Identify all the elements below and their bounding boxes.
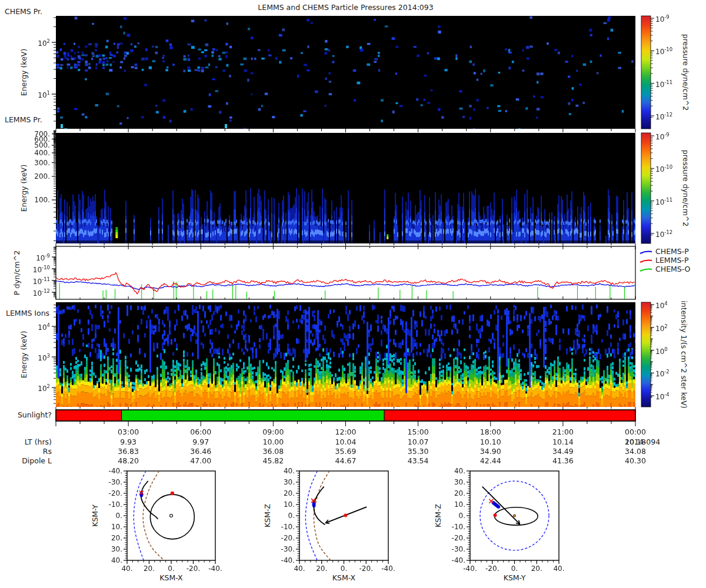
orbit-x-tick: 40. bbox=[294, 565, 305, 573]
orbit-y-tick: -40. bbox=[281, 557, 295, 564]
orbit-y-tick: -10. bbox=[281, 523, 295, 531]
time-tick-label: 21:00 bbox=[552, 428, 574, 436]
legend-swatch bbox=[640, 260, 652, 262]
axis-tick-label: 300. bbox=[34, 159, 50, 166]
colorbar-tick-label: 10-4 bbox=[655, 391, 670, 401]
orbit-y-tick: -10. bbox=[109, 501, 122, 509]
axis-tick-label: 10-9 bbox=[36, 252, 50, 262]
lt-value: 10.10 bbox=[480, 438, 501, 446]
label-lemms-ions-panel: LEMMS Ions bbox=[6, 309, 49, 318]
dipole-l-value: 48.20 bbox=[118, 457, 139, 465]
saturn bbox=[513, 514, 515, 517]
orbit-y-tick: 20. bbox=[111, 534, 122, 542]
dipole-l-value: 42.44 bbox=[480, 457, 501, 465]
label-sunlight: Sunlight? bbox=[0, 411, 52, 419]
orbit-y-tick: 0. bbox=[459, 512, 465, 520]
orbit_ksmx_ksmz bbox=[296, 471, 388, 564]
orbit_ksmy_ksmz bbox=[467, 471, 559, 564]
magnetopause bbox=[314, 471, 330, 560]
colorbar-pressure-2 bbox=[641, 133, 651, 243]
sunlight-segment bbox=[384, 410, 635, 421]
orbit-y-tick: 0. bbox=[288, 512, 295, 520]
orbit-x-tick: -40. bbox=[463, 565, 477, 573]
orbit-y-tick: 20. bbox=[284, 490, 295, 497]
rs-value: 36.46 bbox=[190, 447, 211, 456]
dipole-l-value: 41.36 bbox=[552, 457, 574, 465]
orbit-y-tick: 10. bbox=[284, 501, 295, 509]
orbit-y-tick: -20. bbox=[452, 534, 465, 542]
orbit-x-tick: -20. bbox=[187, 565, 200, 573]
axis-label-energy-chems: Energy (keV) bbox=[20, 49, 28, 96]
axis-tick-label: 100. bbox=[34, 196, 50, 204]
axis-label-energy-lemms: Energy (keV) bbox=[20, 165, 28, 212]
colorbar-pressure-1 bbox=[641, 16, 651, 129]
axis-tick-label: 102 bbox=[38, 38, 50, 48]
orbit-y-tick: -20. bbox=[109, 490, 122, 497]
row-label-rs: Rs bbox=[0, 447, 52, 456]
orbit-y-tick: 10. bbox=[111, 523, 122, 531]
legend-swatch bbox=[640, 251, 652, 253]
dipole-l-value: 43.54 bbox=[408, 457, 429, 465]
bow-shock-circle bbox=[480, 481, 549, 550]
lt-value: 10.14 bbox=[552, 438, 574, 446]
page-title: LEMMS and CHEMS Particle Pressures 2014:… bbox=[56, 4, 635, 12]
time-tick-label: 00:00 bbox=[625, 428, 646, 436]
orbit-line bbox=[325, 507, 367, 523]
colorbar-tick-label: 10-12 bbox=[655, 228, 672, 238]
orbit-x-tick: -20. bbox=[359, 565, 373, 573]
row-label-lt: LT (hrs) bbox=[0, 438, 52, 446]
orbit-x-tick: -40. bbox=[381, 565, 395, 573]
trajectory bbox=[141, 481, 158, 519]
colorbar-label-intensity: intensity 1/(s cm^2 ster keV) bbox=[680, 300, 688, 408]
spacecraft-marker bbox=[494, 503, 498, 507]
rs-value: 35.30 bbox=[408, 447, 429, 456]
orbit-x-tick: 0. bbox=[511, 565, 518, 573]
time-tick-label: 18:00 bbox=[480, 428, 501, 436]
saturn bbox=[170, 514, 173, 517]
colorbar-intensity bbox=[641, 302, 651, 407]
orbit-y-tick: 40. bbox=[284, 467, 295, 475]
sunlight-segment bbox=[56, 410, 122, 421]
axis-tick-label: 101 bbox=[38, 89, 50, 99]
orbit-y-tick: -40. bbox=[109, 467, 122, 475]
ions-spectrogram bbox=[56, 302, 635, 407]
axis-label-ksmx-plot2: KSM-X bbox=[299, 574, 388, 582]
orbit_ksmx_ksmy bbox=[124, 471, 215, 564]
legend-item-chems-o: CHEMS-O bbox=[655, 265, 690, 273]
label-chems-pressure-panel: CHEMS Pr. bbox=[5, 8, 42, 16]
orbit-y-tick: -30. bbox=[452, 546, 465, 553]
chems-spectrogram bbox=[56, 16, 635, 129]
sunlight-bar bbox=[56, 410, 635, 421]
bow-shock bbox=[305, 471, 317, 560]
dipole-l-value: 47.00 bbox=[190, 457, 211, 465]
orbit-y-tick: 30. bbox=[111, 546, 122, 553]
axis-tick-label: 102 bbox=[38, 383, 50, 393]
axis-tick-label: 103 bbox=[38, 352, 50, 362]
axis-label-ksmz-plot3: KSM-Z bbox=[434, 504, 442, 527]
axis-label-energy-ions: Energy (keV) bbox=[20, 331, 28, 379]
axis-label-ksmy-plot1: KSM-Y bbox=[91, 505, 99, 527]
rs-value: 36.08 bbox=[262, 447, 284, 456]
colorbar-tick-label: 10-9 bbox=[655, 14, 670, 24]
orbit-line bbox=[482, 487, 520, 524]
colorbar-tick-label: 10-10 bbox=[655, 46, 672, 56]
dipole-l-value: 45.82 bbox=[262, 457, 284, 465]
colorbar-label-pressure-2: pressure dyne/cm^2 bbox=[681, 150, 690, 227]
dipole-l-value: 44.67 bbox=[335, 457, 357, 465]
rs-value: 34.90 bbox=[480, 447, 501, 456]
orbit-y-tick: 40. bbox=[111, 557, 122, 564]
orbit-y-tick: 40. bbox=[454, 467, 465, 475]
orbit-x-tick: 0. bbox=[168, 565, 174, 573]
spacecraft-marker bbox=[312, 502, 316, 508]
lt-value: 10.04 bbox=[335, 438, 357, 446]
colorbar-tick-label: 104 bbox=[655, 300, 668, 310]
orbit-x-tick: -40. bbox=[208, 565, 222, 573]
marker-dot bbox=[493, 513, 497, 517]
orbit-y-tick: -20. bbox=[281, 534, 295, 542]
axis-label-ksmz-plot2: KSM-Z bbox=[264, 504, 272, 527]
axis-label-ksmy-plot3: KSM-Y bbox=[470, 574, 559, 582]
colorbar-tick-label: 10-11 bbox=[655, 196, 672, 206]
lt-value: 10.00 bbox=[262, 438, 284, 446]
rs-value: 34.08 bbox=[625, 447, 646, 456]
dipole-l-value: 40.30 bbox=[625, 457, 646, 465]
